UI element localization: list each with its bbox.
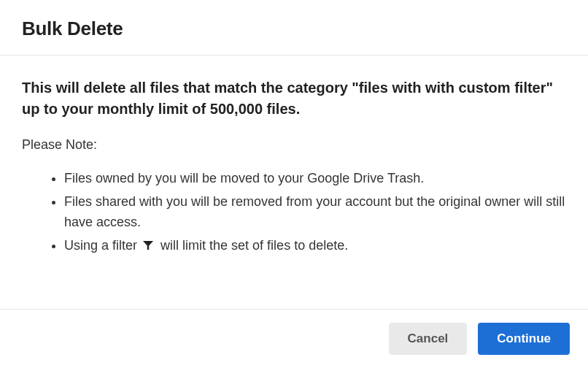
filter-icon [142,237,154,258]
continue-button[interactable]: Continue [478,323,570,355]
note-list: Files owned by you will be moved to your… [22,169,566,258]
dialog-body: This will delete all files that match th… [0,55,588,283]
please-note-label: Please Note: [22,137,566,153]
list-item: Files owned by you will be moved to your… [64,169,566,189]
note-text-prefix: Using a filter [64,238,137,253]
delete-warning-text: This will delete all files that match th… [22,77,566,120]
cancel-button[interactable]: Cancel [389,323,468,355]
dialog-title: Bulk Delete [22,18,566,40]
note-text-suffix: will limit the set of files to delete. [160,238,348,253]
list-item: Using a filter will limit the set of fil… [64,236,566,258]
dialog-footer: Cancel Continue [0,309,588,368]
dialog-header: Bulk Delete [0,0,588,55]
list-item: Files shared with you will be removed fr… [64,192,566,233]
